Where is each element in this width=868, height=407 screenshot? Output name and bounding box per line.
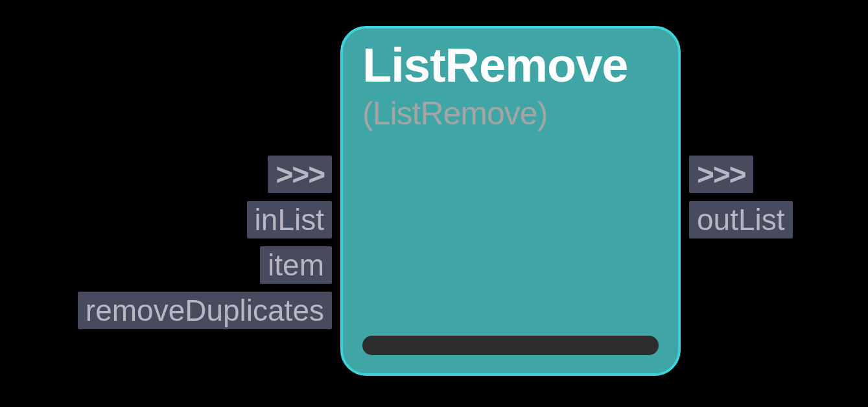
node-bottom-bar	[362, 336, 659, 355]
output-exec-port[interactable]: >>>	[689, 156, 753, 193]
output-ports: >>> outList	[689, 156, 793, 238]
input-exec-port[interactable]: >>>	[268, 156, 332, 193]
input-port-item[interactable]: item	[260, 246, 332, 284]
node-subtitle: (ListRemove)	[362, 95, 659, 132]
input-ports: >>> inList item removeDuplicates	[78, 156, 332, 329]
output-port-outlist[interactable]: outList	[689, 201, 793, 238]
node-title: ListRemove	[362, 41, 659, 89]
input-port-inlist[interactable]: inList	[247, 201, 332, 238]
node-container: ListRemove (ListRemove)	[340, 26, 681, 376]
node-box[interactable]: ListRemove (ListRemove)	[340, 26, 681, 376]
input-port-removeduplicates[interactable]: removeDuplicates	[78, 292, 332, 329]
